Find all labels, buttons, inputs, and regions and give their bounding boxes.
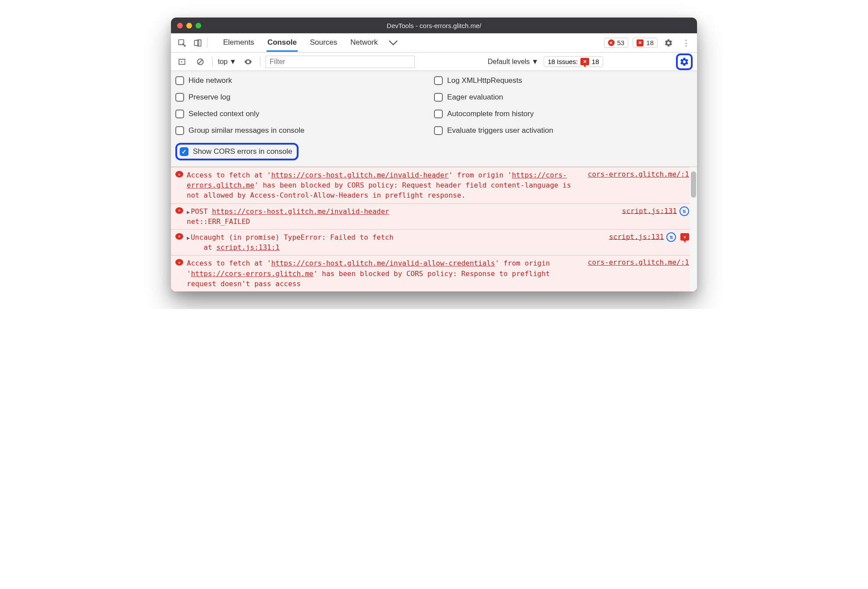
console-toolbar: top ▼ Default levels ▼ 18 Issues: 18 <box>171 53 697 71</box>
tab-sources[interactable]: Sources <box>309 34 338 52</box>
log-entry[interactable]: ▶POST https://cors-host.glitch.me/invali… <box>171 203 697 229</box>
settings-gear-icon[interactable] <box>662 36 675 50</box>
separator <box>212 57 213 67</box>
live-expression-icon[interactable] <box>242 55 255 68</box>
zoom-window-button[interactable] <box>196 23 201 28</box>
log-source[interactable]: script.js:131⇅ <box>609 232 689 252</box>
log-entry[interactable]: Access to fetch at 'https://cors-host.gl… <box>171 255 697 291</box>
log-message: ▶Uncaught (in promise) TypeError: Failed… <box>187 232 600 252</box>
error-circle-icon <box>175 259 183 266</box>
inspect-element-icon[interactable] <box>175 36 189 50</box>
setting-evaluate-triggers-user-activation[interactable]: Evaluate triggers user activation <box>434 126 693 135</box>
checkbox-icon <box>434 126 443 135</box>
expand-triangle-icon[interactable]: ▶ <box>187 234 190 242</box>
context-selector[interactable]: top ▼ <box>218 58 236 66</box>
checkbox-icon <box>175 76 184 85</box>
checkbox-checked-icon <box>180 147 189 156</box>
console-settings-panel: Hide network Log XMLHttpRequests Preserv… <box>171 71 697 167</box>
console-settings-gear-highlighted[interactable] <box>676 53 693 70</box>
initiator-sync-icon[interactable]: ⇅ <box>679 206 689 216</box>
window-title: DevTools - cors-errors.glitch.me/ <box>387 22 481 29</box>
url-link[interactable]: https://cors-host.glitch.me/invalid-allo… <box>271 259 495 267</box>
tab-network[interactable]: Network <box>349 34 378 52</box>
setting-group-similar[interactable]: Group similar messages in console <box>175 126 434 135</box>
svg-rect-1 <box>195 40 199 46</box>
setting-show-cors-errors-highlighted[interactable]: Show CORS errors in console <box>175 143 299 160</box>
url-link[interactable]: https://cors-host.glitch.me/invalid-head… <box>271 171 449 179</box>
tab-elements[interactable]: Elements <box>222 34 255 52</box>
setting-autocomplete-from-history[interactable]: Autocomplete from history <box>434 110 693 118</box>
devtools-window: DevTools - cors-errors.glitch.me/ Elemen… <box>171 18 697 291</box>
error-circle-icon <box>175 171 183 177</box>
separator <box>207 38 207 48</box>
error-chat-icon[interactable] <box>680 233 689 241</box>
device-toolbar-icon[interactable] <box>191 36 204 50</box>
log-message: Access to fetch at 'https://cors-host.gl… <box>187 258 579 289</box>
checkbox-icon <box>175 93 184 102</box>
panel-tabs: Elements Console Sources Network <box>222 34 379 52</box>
tab-console[interactable]: Console <box>267 34 298 52</box>
checkbox-icon <box>434 76 443 85</box>
setting-eager-evaluation[interactable]: Eager evaluation <box>434 93 693 102</box>
issues-top-count: 18 <box>646 39 654 46</box>
checkbox-icon <box>175 126 184 135</box>
setting-preserve-log[interactable]: Preserve log <box>175 93 434 102</box>
dropdown-triangle-icon: ▼ <box>532 58 539 66</box>
error-circle-icon <box>175 233 183 240</box>
error-circle-icon <box>175 207 183 214</box>
stack-link[interactable]: script.js:131:1 <box>216 243 280 252</box>
error-circle-icon <box>608 39 615 46</box>
scrollbar-thumb[interactable] <box>691 171 696 198</box>
checkbox-icon <box>434 110 443 118</box>
more-tabs-icon[interactable] <box>387 36 400 50</box>
issues-label: 18 Issues: <box>548 58 577 65</box>
log-message: Access to fetch at 'https://cors-host.gl… <box>187 170 579 201</box>
errors-badge[interactable]: 53 <box>604 38 629 48</box>
close-window-button[interactable] <box>177 23 183 28</box>
checkbox-icon <box>434 93 443 102</box>
levels-label: Default levels <box>488 58 530 66</box>
setting-selected-context-only[interactable]: Selected context only <box>175 110 434 118</box>
scrollbar[interactable] <box>690 167 697 291</box>
svg-point-6 <box>247 61 249 62</box>
log-levels-selector[interactable]: Default levels ▼ <box>488 58 539 66</box>
issues-count: 18 <box>592 58 599 65</box>
console-log-area: Access to fetch at 'https://cors-host.gl… <box>171 167 697 291</box>
errors-count: 53 <box>617 39 625 46</box>
kebab-menu-icon[interactable]: ⋮ <box>679 36 693 50</box>
expand-triangle-icon[interactable]: ▶ <box>187 209 190 216</box>
issues-badge-top[interactable]: 18 <box>633 38 658 48</box>
context-label: top <box>218 58 228 66</box>
url-link[interactable]: https://cors-errors.glitch.me <box>191 270 313 278</box>
log-source[interactable]: cors-errors.glitch.me/:1 <box>588 258 689 289</box>
initiator-sync-icon[interactable]: ⇅ <box>666 232 676 242</box>
svg-line-5 <box>198 60 203 64</box>
titlebar: DevTools - cors-errors.glitch.me/ <box>171 18 697 33</box>
filter-input[interactable] <box>266 56 415 68</box>
clear-console-icon[interactable] <box>194 55 207 68</box>
main-tabbar: Elements Console Sources Network 53 18 ⋮ <box>171 33 697 53</box>
log-entry[interactable]: Access to fetch at 'https://cors-host.gl… <box>171 167 697 203</box>
checkbox-icon <box>175 110 184 118</box>
toggle-sidebar-icon[interactable] <box>175 55 189 68</box>
minimize-window-button[interactable] <box>186 23 192 28</box>
traffic-lights <box>177 23 201 28</box>
url-link[interactable]: https://cors-host.glitch.me/invalid-head… <box>212 207 389 216</box>
setting-log-xhr[interactable]: Log XMLHttpRequests <box>434 76 693 85</box>
log-source[interactable]: script.js:131⇅ <box>622 206 689 227</box>
error-square-icon <box>637 39 644 46</box>
log-message: ▶POST https://cors-host.glitch.me/invali… <box>187 206 613 227</box>
log-source[interactable]: cors-errors.glitch.me/:1 <box>588 170 689 201</box>
setting-hide-network[interactable]: Hide network <box>175 76 434 85</box>
error-chat-icon <box>580 58 589 65</box>
separator <box>260 57 260 67</box>
issues-badge[interactable]: 18 Issues: 18 <box>544 56 603 67</box>
log-entry[interactable]: ▶Uncaught (in promise) TypeError: Failed… <box>171 229 697 255</box>
dropdown-triangle-icon: ▼ <box>229 58 236 66</box>
